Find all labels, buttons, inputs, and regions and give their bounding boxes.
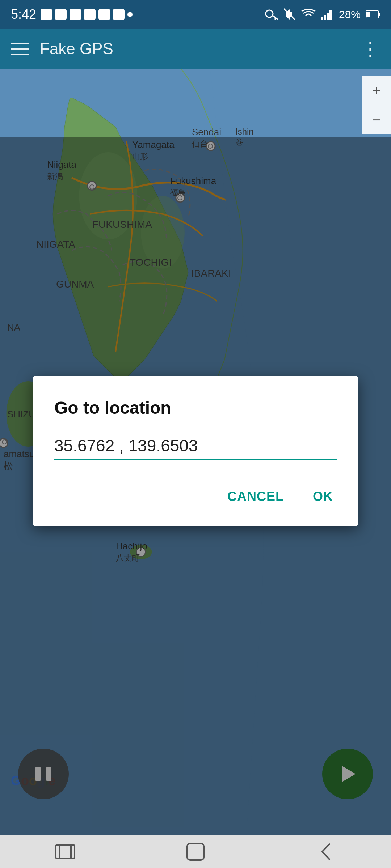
hamburger-menu-button[interactable] (11, 43, 29, 55)
status-time: 5:42 (11, 7, 36, 22)
more-options-button[interactable]: ⋮ (361, 38, 380, 59)
snap-icon-1 (41, 9, 52, 20)
dialog-input-wrap (54, 436, 337, 460)
snap-icon-5 (98, 9, 110, 20)
home-icon (186, 842, 205, 861)
hamburger-line-2 (11, 48, 29, 50)
svg-point-0 (266, 10, 273, 17)
map-container[interactable]: Niigata新潟 Yamagata山形 Sendai仙台 Fukushima福… (0, 69, 391, 835)
battery-icon (366, 10, 380, 19)
back-button[interactable] (308, 841, 344, 863)
back-icon (319, 842, 333, 861)
status-icons-left (41, 9, 133, 20)
snap-icon-2 (55, 9, 67, 20)
mute-icon (283, 8, 296, 21)
snap-icon-4 (84, 9, 96, 20)
hamburger-line-1 (11, 43, 29, 44)
signal-icon (321, 9, 334, 20)
status-left: 5:42 (11, 7, 133, 22)
key-icon (265, 9, 278, 20)
svg-rect-12 (366, 12, 370, 17)
hamburger-line-3 (11, 54, 29, 55)
home-button[interactable] (177, 841, 214, 863)
location-input[interactable] (54, 436, 337, 455)
zoom-in-button[interactable]: + (362, 76, 391, 105)
status-icons-right: 28% (265, 8, 380, 21)
snap-icon-3 (70, 9, 81, 20)
battery-text: 28% (339, 8, 361, 21)
svg-rect-11 (379, 13, 380, 16)
app-bar: Fake GPS ⋮ (0, 29, 391, 69)
navigation-bar (0, 835, 391, 868)
svg-rect-30 (187, 843, 204, 860)
app-title: Fake GPS (40, 40, 361, 58)
dialog-title: Go to location (54, 398, 337, 418)
notification-dot (127, 12, 133, 17)
svg-rect-7 (324, 15, 326, 20)
status-bar: 5:42 (0, 0, 391, 29)
go-to-location-dialog: Go to location CANCEL OK (33, 376, 358, 526)
svg-rect-9 (329, 10, 332, 20)
svg-rect-27 (56, 845, 75, 859)
recents-icon (54, 843, 76, 861)
svg-rect-6 (321, 17, 323, 20)
dialog-actions: CANCEL OK (54, 478, 337, 511)
cancel-button[interactable]: CANCEL (224, 482, 287, 511)
recents-button[interactable] (47, 841, 83, 863)
wifi-icon (301, 9, 316, 20)
ok-button[interactable]: OK (309, 482, 337, 511)
zoom-out-button[interactable]: − (362, 105, 391, 134)
map-zoom-controls: + − (362, 76, 391, 134)
svg-rect-8 (327, 13, 329, 20)
snap-icon-6 (113, 9, 125, 20)
